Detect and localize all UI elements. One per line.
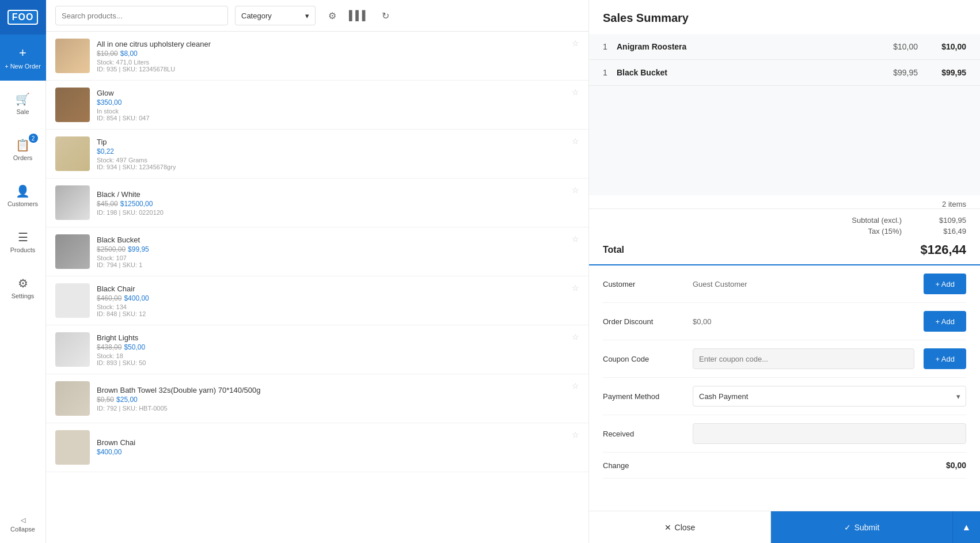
order-details: Customer Guest Customer + Add Order Disc… [589,264,980,511]
product-favorite-1[interactable]: ☆ [572,88,579,97]
product-item-0[interactable]: All in one citrus upholstery cleaner $10… [46,32,588,81]
product-item-4[interactable]: Black Bucket $2500,00$99,95 Stock: 107 I… [46,227,588,276]
product-favorite-3[interactable]: ☆ [572,185,579,195]
right-panel: Sales Summary 1 Anigram Roostera $10,00 … [588,0,980,543]
product-item-8[interactable]: Brown Chai $400,00 ☆ [46,423,588,472]
plus-icon: + [19,45,26,60]
product-id-2: ID: 934 | SKU: 12345678gry [97,164,579,170]
product-item-2[interactable]: Tip $0,22 Stock: 497 Grams ID: 934 | SKU… [46,130,588,179]
product-favorite-7[interactable]: ☆ [572,381,579,390]
product-item-3[interactable]: Black / White $45,00$12500,00 ID: 198 | … [46,179,588,227]
product-id-7: ID: 792 | SKU: HBT-0005 [97,405,579,412]
sales-summary-title: Sales Summary [589,0,980,34]
nav-item-products[interactable]: ☰ Products [0,219,46,265]
category-chevron-icon: ▾ [305,12,309,20]
subtotal-line: Subtotal (excl.) $109,95 [603,216,966,225]
submit-check-icon: ✓ [844,523,851,532]
nav-sale-label: Sale [16,108,29,115]
nav-item-settings[interactable]: ⚙ Settings [0,265,46,311]
order-items: 1 Anigram Roostera $10,00 $10,00 1 Black… [589,34,980,149]
product-favorite-5[interactable]: ☆ [572,283,579,293]
refresh-icon[interactable]: ↻ [375,6,395,25]
sidebar: FOO + + New Order 🛒 Sale 📋 Orders 2 👤 Cu… [0,0,46,543]
product-name-6: Bright Lights [97,333,579,342]
close-label: Close [675,523,696,532]
product-favorite-8[interactable]: ☆ [572,430,579,439]
nav-customers-label: Customers [7,200,38,207]
received-label: Received [603,430,683,438]
tax-value: $16,49 [920,227,966,236]
product-item-7[interactable]: Brown Bath Towel 32s(Double yarn) 70*140… [46,374,588,423]
product-name-0: All in one citrus upholstery cleaner [97,40,579,48]
tax-line: Tax (15%) $16,49 [603,227,966,236]
submit-button[interactable]: ✓ Submit [771,511,952,543]
nav-item-sale[interactable]: 🛒 Sale [0,81,46,127]
product-stock-5: Stock: 134 [97,303,579,310]
product-price-4: $2500,00$99,95 [97,245,579,253]
received-row: Received 0.00 [603,415,966,453]
product-item-1[interactable]: Glow $350,00 In stock ID: 854 | SKU: 047… [46,81,588,130]
received-input[interactable]: 0.00 [693,423,966,444]
collapse-icon: ◁ [21,517,25,524]
product-name-1: Glow [97,89,579,97]
order-total-0: $10,00 [932,42,966,51]
orders-icon: 📋 [16,138,30,152]
order-total-1: $99,95 [932,68,966,77]
main-area: Category ▾ ⚙ ▌▌▌ ↻ All in one citrus uph… [46,0,588,543]
product-item-6[interactable]: Bright Lights $438,00$50,00 Stock: 18 ID… [46,325,588,374]
payment-method-label: Payment Method [603,392,683,401]
add-discount-button[interactable]: + Add [924,311,966,332]
items-count: 2 items [589,195,980,208]
coupon-input[interactable] [693,348,914,369]
product-price-2: $0,22 [97,147,579,155]
product-favorite-0[interactable]: ☆ [572,39,579,48]
product-id-1: ID: 854 | SKU: 047 [97,115,579,121]
product-info-1: Glow $350,00 In stock ID: 854 | SKU: 047 [97,89,579,121]
nav-item-orders[interactable]: 📋 Orders 2 [0,127,46,173]
product-price-7: $0,50$25,00 [97,396,579,404]
product-thumb-1 [55,88,90,122]
orders-badge: 2 [29,134,38,143]
discount-row: Order Discount $0,00 + Add [603,303,966,340]
subtotal-label: Subtotal (excl.) [603,216,902,225]
category-select[interactable]: Category ▾ [235,6,316,25]
sale-icon: 🛒 [16,92,30,106]
product-item-5[interactable]: Black Chair $460,00$400,00 Stock: 134 ID… [46,276,588,325]
product-info-8: Brown Chai $400,00 [97,438,579,457]
product-info-7: Brown Bath Towel 32s(Double yarn) 70*140… [97,386,579,412]
product-favorite-6[interactable]: ☆ [572,332,579,341]
order-unit-price-1: $99,95 [893,68,918,77]
product-id-4: ID: 794 | SKU: 1 [97,261,579,268]
total-line: Total $126,44 [603,240,966,257]
discount-label: Order Discount [603,317,683,326]
product-price-1: $350,00 [97,98,579,107]
filter-icon[interactable]: ⚙ [322,6,342,25]
collapse-button[interactable]: ◁ Collapse [0,512,46,537]
product-thumb-0 [55,39,90,73]
product-info-5: Black Chair $460,00$400,00 Stock: 134 ID… [97,284,579,317]
product-favorite-4[interactable]: ☆ [572,234,579,244]
expand-button[interactable]: ▲ [952,511,980,543]
new-order-button[interactable]: + + New Order [0,35,46,81]
summary-totals: Subtotal (excl.) $109,95 Tax (15%) $16,4… [589,208,980,264]
product-price-5: $460,00$400,00 [97,294,579,302]
nav-item-customers[interactable]: 👤 Customers [0,173,46,219]
products-icon: ☰ [18,230,28,244]
total-value: $126,44 [920,242,966,257]
add-customer-button[interactable]: + Add [924,274,966,294]
product-info-4: Black Bucket $2500,00$99,95 Stock: 107 I… [97,236,579,268]
product-thumb-6 [55,332,90,367]
product-info-3: Black / White $45,00$12500,00 ID: 198 | … [97,190,579,216]
product-price-3: $45,00$12500,00 [97,200,579,208]
product-name-7: Brown Bath Towel 32s(Double yarn) 70*140… [97,386,579,394]
payment-method-select[interactable]: Cash PaymentCard PaymentOnline Payment [693,386,966,407]
customer-label: Customer [603,280,683,288]
search-input[interactable] [55,6,228,25]
close-button[interactable]: ✕ Close [589,511,771,543]
add-coupon-button[interactable]: + Add [924,348,966,369]
product-favorite-2[interactable]: ☆ [572,136,579,146]
coupon-input-wrapper [693,348,914,369]
barcode-icon[interactable]: ▌▌▌ [349,6,369,25]
order-qty-1: 1 [603,68,617,77]
total-label: Total [603,245,624,255]
